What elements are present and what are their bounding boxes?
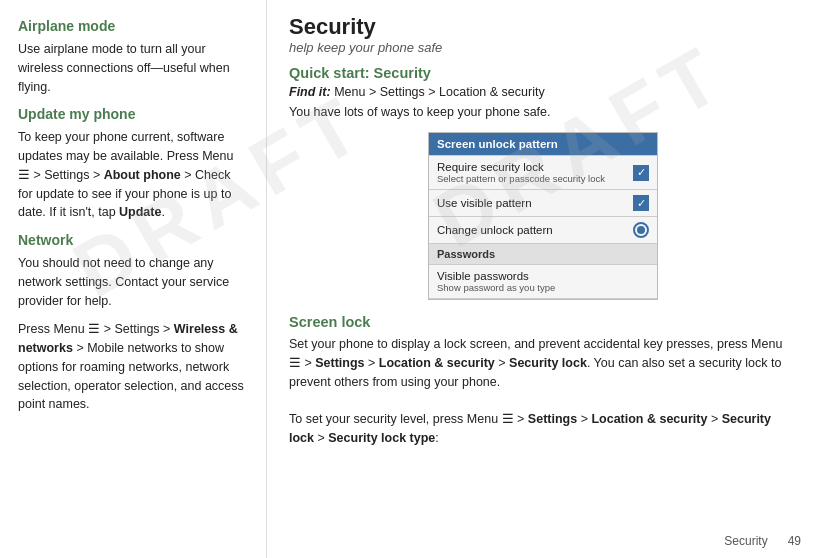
- visible-passwords-label-group: Visible passwords Show password as you t…: [437, 270, 555, 293]
- change-unlock-radio[interactable]: [633, 222, 649, 238]
- quick-start-title: Quick start: Security: [289, 65, 797, 81]
- network-body-2: Press Menu ☰ > Settings > Wireless & net…: [18, 320, 246, 414]
- widget-row-visible-pattern: Use visible pattern ✓: [429, 190, 657, 217]
- find-it-text: Menu > Settings > Location & security: [334, 85, 545, 99]
- network-text-3: > Settings >: [104, 322, 171, 336]
- visible-passwords-main-label: Visible passwords: [437, 270, 555, 282]
- screen-lock-body: Set your phone to display a lock screen,…: [289, 335, 797, 448]
- security-lock-type-bold: Security lock type: [328, 431, 435, 445]
- screen-lock-text-2: To set your security level, press Menu ☰…: [289, 412, 771, 445]
- footer-label: Security: [724, 534, 767, 548]
- change-unlock-main-label: Change unlock pattern: [437, 224, 553, 236]
- find-it-line: Find it: Menu > Settings > Location & se…: [289, 85, 797, 99]
- network-text-2: Press Menu: [18, 322, 85, 336]
- widget-header: Screen unlock pattern: [429, 133, 657, 156]
- update-bold: Update: [119, 205, 161, 219]
- widget-row-visible-passwords: Visible passwords Show password as you t…: [429, 265, 657, 299]
- find-it-label: Find it:: [289, 85, 331, 99]
- settings-bold-2: Settings: [528, 412, 577, 426]
- right-column: Security help keep your phone safe Quick…: [267, 0, 817, 558]
- page-subtitle: help keep your phone safe: [289, 40, 797, 55]
- widget-passwords-header: Passwords: [429, 244, 657, 265]
- page-title: Security: [289, 14, 797, 40]
- network-body-1: You should not need to change any networ…: [18, 254, 246, 310]
- footer-page-num: 49: [788, 534, 801, 548]
- loc-sec-bold-2: Location & security: [591, 412, 707, 426]
- airplane-mode-body: Use airplane mode to turn all your wirel…: [18, 40, 246, 96]
- about-phone-bold: About phone: [104, 168, 181, 182]
- update-phone-body: To keep your phone current, software upd…: [18, 128, 246, 222]
- update-text-2: > Settings >: [33, 168, 100, 182]
- passwords-header-label: Passwords: [437, 248, 495, 260]
- security-lock-bold-1: Security lock: [509, 356, 587, 370]
- screen-lock-text-1: Set your phone to display a lock screen,…: [289, 337, 782, 389]
- visible-pattern-main-label: Use visible pattern: [437, 197, 532, 209]
- airplane-mode-heading: Airplane mode: [18, 18, 246, 34]
- require-sub-label: Select pattern or passcode security lock: [437, 173, 605, 184]
- settings-bold-1: Settings: [315, 356, 364, 370]
- update-text-1: To keep your phone current, software upd…: [18, 130, 233, 163]
- intro-text: You have lots of ways to keep your phone…: [289, 103, 797, 122]
- screen-lock-title: Screen lock: [289, 314, 797, 330]
- phone-widget: Screen unlock pattern Require security l…: [428, 132, 658, 300]
- require-checkbox[interactable]: ✓: [633, 165, 649, 181]
- require-main-label: Require security lock: [437, 161, 605, 173]
- page-footer: Security 49: [724, 534, 801, 548]
- widget-row-require: Require security lock Select pattern or …: [429, 156, 657, 190]
- require-label-group: Require security lock Select pattern or …: [437, 161, 605, 184]
- left-column: Airplane mode Use airplane mode to turn …: [0, 0, 267, 558]
- visible-pattern-checkbox[interactable]: ✓: [633, 195, 649, 211]
- update-phone-heading: Update my phone: [18, 106, 246, 122]
- visible-pattern-label-group: Use visible pattern: [437, 197, 532, 209]
- widget-row-change-unlock: Change unlock pattern: [429, 217, 657, 244]
- change-unlock-label-group: Change unlock pattern: [437, 224, 553, 236]
- visible-passwords-sub-label: Show password as you type: [437, 282, 555, 293]
- loc-sec-bold-1: Location & security: [379, 356, 495, 370]
- network-heading: Network: [18, 232, 246, 248]
